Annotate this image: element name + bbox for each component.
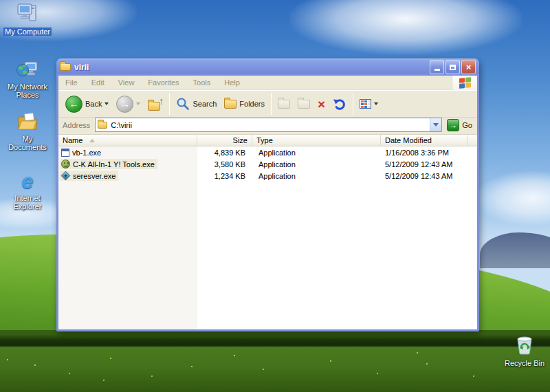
file-list: Name Size Type Date Modified: [58, 135, 477, 329]
wallpaper-mountains: [480, 232, 550, 268]
close-button[interactable]: ×: [461, 60, 476, 74]
delete-icon: ×: [318, 98, 325, 111]
column-headers: Name Size Type Date Modified: [58, 135, 477, 146]
windows-logo: [452, 76, 477, 90]
move-to-button[interactable]: [274, 98, 294, 110]
maximize-button[interactable]: [446, 60, 460, 74]
views-icon: [360, 99, 371, 109]
delete-button[interactable]: ×: [314, 96, 329, 112]
toolbar-separator: [271, 93, 272, 115]
menu-help[interactable]: Help: [217, 78, 247, 87]
views-dropdown-icon: [374, 102, 378, 105]
recycle-bin-icon: [498, 333, 550, 356]
window-title: virii: [74, 63, 89, 72]
minimize-button[interactable]: [430, 60, 444, 74]
copy-to-button[interactable]: [294, 98, 314, 110]
maximize-icon: [450, 65, 456, 70]
file-date-modified: 1/16/2008 3:36 PM: [381, 149, 468, 157]
desktop-icon-internet-explorer[interactable]: e Internet Explorer: [1, 169, 54, 212]
file-row[interactable]: seresver.exe 1,234 KB Application 5/12/2…: [58, 170, 477, 182]
views-button[interactable]: [356, 98, 382, 110]
menu-favorites[interactable]: Favorites: [141, 78, 186, 87]
toolbar-separator: [353, 93, 353, 115]
menu-bar: File Edit View Favorites Tools Help: [58, 76, 477, 90]
file-size: 4,839 KB: [197, 149, 252, 157]
desktop-icon-my-documents[interactable]: My Documents: [1, 110, 54, 153]
copy-to-icon: [298, 100, 310, 109]
file-name: seresver.exe: [73, 172, 116, 180]
folders-icon: [224, 100, 236, 109]
address-folder-icon: [98, 122, 107, 129]
file-size: 3,580 KB: [197, 160, 252, 168]
toolbar-separator: [169, 93, 170, 115]
up-button[interactable]: ↑: [144, 95, 166, 113]
wallpaper-cloud: [289, 0, 522, 55]
back-icon: ←: [65, 96, 82, 113]
column-header-type[interactable]: Type: [252, 135, 381, 146]
menu-file[interactable]: File: [58, 78, 85, 87]
address-input[interactable]: C:\virii: [95, 118, 442, 132]
close-icon: ×: [466, 63, 472, 72]
desktop-icon-my-network-places[interactable]: My Network Places: [1, 58, 54, 100]
my-documents-icon: [1, 110, 54, 133]
column-header-name[interactable]: Name: [58, 135, 197, 146]
desktop-icon-label: Recycle Bin: [503, 359, 546, 367]
minimize-icon: [434, 69, 440, 71]
undo-icon: [333, 97, 346, 111]
vb-application-icon: [61, 149, 69, 157]
chevron-down-icon: [433, 123, 439, 127]
menu-tools[interactable]: Tools: [186, 78, 218, 87]
desktop-icon-label: Internet Explorer: [8, 194, 47, 210]
column-header-size[interactable]: Size: [197, 135, 252, 146]
wallpaper-foreground-grass: [0, 347, 550, 392]
back-label: Back: [85, 100, 102, 108]
titlebar[interactable]: virii ×: [56, 58, 479, 76]
my-network-places-icon: [1, 58, 54, 81]
address-dropdown-button[interactable]: [430, 118, 441, 131]
file-name: vb-1.exe: [72, 149, 101, 157]
undo-button[interactable]: [329, 96, 350, 112]
windows-flag-icon: [459, 77, 471, 89]
desktop-icon-label: My Computer: [3, 28, 52, 36]
window-folder-icon: [60, 63, 71, 71]
back-button[interactable]: ← Back: [62, 94, 112, 114]
my-computer-icon: [1, 1, 54, 25]
desktop-icon-recycle-bin[interactable]: Recycle Bin: [498, 333, 550, 369]
forward-dropdown-icon: [136, 102, 140, 105]
menu-edit[interactable]: Edit: [85, 78, 111, 87]
explorer-window: virii × File Edit View Favorites Tools H…: [56, 58, 479, 331]
internet-explorer-icon: e: [1, 169, 54, 193]
wallpaper-cloud: [474, 171, 550, 226]
go-button[interactable]: → Go: [442, 119, 475, 131]
file-row[interactable]: C-K All-In-1 Y! Tools.exe 3,580 KB Appli…: [58, 158, 477, 170]
forward-button[interactable]: →: [113, 94, 144, 114]
folders-label: Folders: [239, 100, 265, 108]
forward-icon: →: [116, 96, 133, 113]
folders-button[interactable]: Folders: [221, 98, 268, 110]
file-date-modified: 5/12/2009 12:43 AM: [381, 172, 468, 180]
column-header-filler: [468, 135, 477, 146]
address-label: Address: [63, 121, 90, 129]
column-header-date-modified[interactable]: Date Modified: [381, 135, 468, 146]
address-value: C:\virii: [111, 121, 132, 129]
file-row[interactable]: vb-1.exe 4,839 KB Application 1/16/2008 …: [58, 146, 477, 158]
file-type: Application: [252, 149, 381, 157]
move-to-icon: [278, 100, 290, 109]
desktop-icon-my-computer[interactable]: My Computer: [1, 1, 54, 37]
sort-ascending-icon: [89, 139, 95, 142]
window-body: File Edit View Favorites Tools Help ← Ba…: [58, 76, 477, 329]
desktop: My Computer My Network Places M: [0, 0, 550, 392]
file-date-modified: 5/12/2009 12:43 AM: [381, 160, 468, 168]
back-dropdown-icon: [104, 102, 109, 105]
file-size: 1,234 KB: [197, 172, 252, 180]
menu-view[interactable]: View: [111, 78, 142, 87]
go-arrow-icon: →: [447, 119, 459, 131]
file-name: C-K All-In-1 Y! Tools.exe: [73, 160, 155, 168]
toolbar: ← Back → ↑: [58, 90, 477, 118]
file-type: Application: [252, 160, 381, 168]
address-bar: Address C:\virii → Go: [58, 118, 477, 135]
file-type: Application: [252, 172, 381, 180]
search-button[interactable]: Search: [173, 96, 220, 112]
search-label: Search: [192, 100, 217, 108]
desktop-icon-label: My Network Places: [6, 83, 50, 99]
